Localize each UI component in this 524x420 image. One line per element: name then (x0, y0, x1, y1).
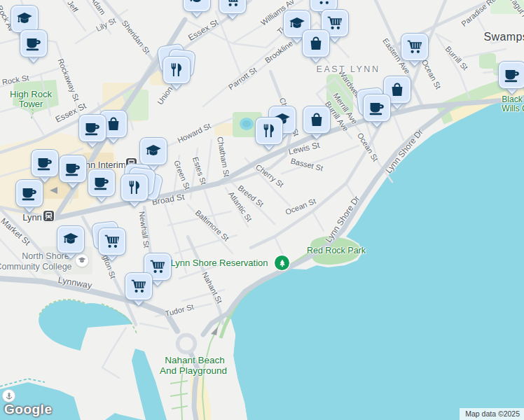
cafe-icon (60, 155, 86, 182)
bag-icon (303, 106, 330, 133)
map-canvas[interactable]: Rock AvJeffAdamLily StSheridan StRockawa… (0, 0, 524, 420)
cafe-icon (16, 180, 43, 206)
cafe-icon (32, 150, 58, 176)
cart-icon (219, 0, 246, 13)
school-marker[interactable] (184, 0, 210, 11)
cart-marker[interactable] (99, 228, 125, 255)
school-marker[interactable] (57, 226, 84, 253)
cart-icon (401, 34, 428, 60)
marker-layer (0, 0, 524, 420)
cafe-icon (79, 115, 106, 141)
school-icon (184, 0, 210, 11)
cafe-marker[interactable] (60, 155, 86, 182)
cafe-icon (499, 62, 524, 88)
school-marker[interactable] (140, 138, 167, 164)
school-icon (140, 138, 167, 164)
cart-marker[interactable] (219, 0, 246, 13)
restaurant-icon (256, 118, 282, 144)
cafe-marker[interactable] (20, 30, 47, 57)
restaurant-marker[interactable] (121, 174, 148, 201)
school-icon (11, 6, 38, 32)
cafe-icon (88, 169, 115, 196)
restaurant-icon (163, 57, 190, 83)
cafe-marker[interactable] (79, 115, 106, 141)
restaurant-icon (121, 174, 148, 201)
map-data-text: Map data ©2025 (465, 410, 520, 418)
cafe-marker[interactable] (88, 169, 115, 196)
cafe-marker[interactable] (32, 150, 58, 176)
cart-icon (99, 228, 125, 255)
school-marker[interactable] (11, 6, 38, 32)
bag-marker[interactable] (303, 106, 330, 133)
cart-marker[interactable] (125, 273, 152, 300)
cafe-marker[interactable] (364, 94, 390, 121)
bag-icon (303, 30, 329, 57)
cafe-icon (364, 94, 390, 121)
cafe-marker[interactable] (16, 180, 43, 206)
cafe-marker[interactable] (499, 62, 524, 88)
school-icon (57, 226, 84, 253)
google-logo: Google (4, 402, 52, 417)
cart-icon (125, 273, 152, 300)
restaurant-marker[interactable] (163, 57, 190, 83)
bag-marker[interactable] (303, 30, 329, 57)
cart-marker[interactable] (401, 34, 428, 60)
map-attribution: Map data ©2025 (460, 408, 524, 420)
cafe-icon (20, 30, 47, 57)
restaurant-marker[interactable] (256, 118, 282, 144)
